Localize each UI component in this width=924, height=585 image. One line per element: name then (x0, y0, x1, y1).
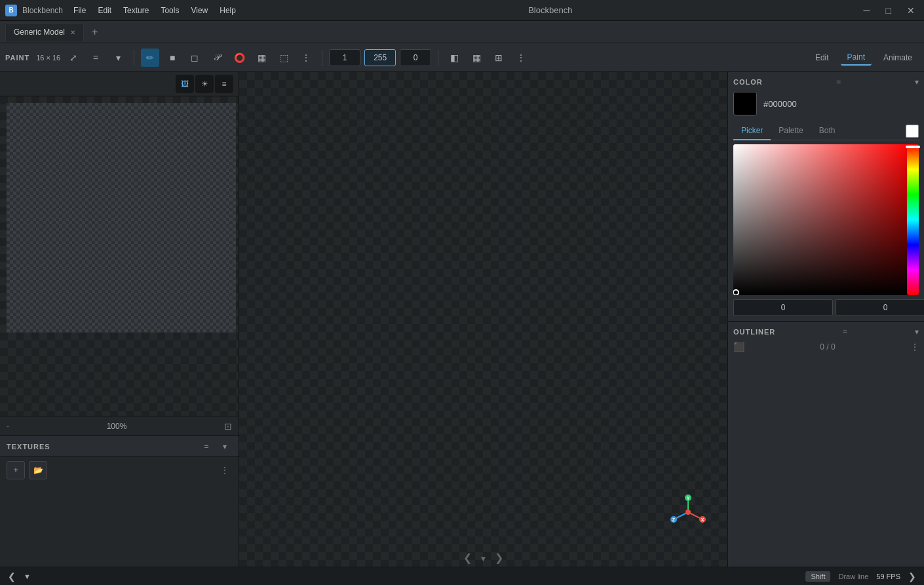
more2-button[interactable]: ⋮ (512, 49, 530, 67)
menu-edit[interactable]: Edit (92, 3, 117, 18)
maximize-button[interactable]: □ (882, 4, 895, 17)
paint-mode-button[interactable]: Paint (841, 50, 872, 66)
color-picker-area[interactable] (733, 144, 919, 295)
app-name: Blockbench (22, 6, 63, 15)
fps-counter: 59 FPS (876, 573, 900, 580)
textures-panel: TEXTURES = ▾ + 📂 ⋮ (0, 435, 239, 567)
window-controls: ─ □ ✕ (860, 4, 919, 17)
picker-tab[interactable]: Picker (733, 122, 771, 140)
grid2-button[interactable]: ▦ (467, 49, 486, 67)
minimize-button[interactable]: ─ (860, 4, 874, 17)
rgb-row: 0 0 0 + ✎ ⋮ (733, 299, 919, 316)
textures-equals-icon[interactable]: = (199, 439, 214, 454)
menu-tools[interactable]: Tools (155, 3, 184, 18)
split-view-button[interactable]: ◧ (445, 49, 463, 67)
tab-close-icon[interactable]: ✕ (70, 29, 75, 36)
close-button[interactable]: ✕ (903, 4, 919, 17)
circle-tool-button[interactable]: ⭕ (230, 49, 248, 67)
tab-bar: Generic Model ✕ + (0, 21, 924, 43)
expand-icon[interactable]: ⤢ (64, 49, 83, 67)
toolbar-divider-3 (438, 50, 438, 66)
new-tab-button[interactable]: + (88, 25, 102, 39)
value2-input[interactable]: 255 (364, 49, 396, 66)
paint-canvas-area (0, 96, 239, 416)
color-white-swatch[interactable] (906, 125, 919, 138)
menu-file[interactable]: File (68, 3, 91, 18)
palette-tab[interactable]: Palette (771, 122, 811, 140)
list-icon[interactable]: ≡ (215, 75, 233, 93)
green-input[interactable]: 0 (836, 299, 924, 316)
crop-tool-button[interactable]: ⬚ (275, 49, 293, 67)
grid-tool-button[interactable]: ▦ (252, 49, 271, 67)
svg-text:Z: Z (672, 517, 676, 522)
light-icon[interactable]: ☀ (195, 75, 214, 93)
texture-more-button[interactable]: ⋮ (218, 463, 232, 477)
pencil-tool-button[interactable]: ✏ (141, 49, 159, 67)
tab-label: Generic Model (14, 28, 65, 37)
color-swatch[interactable] (733, 92, 757, 115)
value3-input[interactable]: 0 (400, 49, 431, 66)
bottom-nav: ❮ ▼ ❯ (463, 552, 503, 564)
hue-slider (907, 144, 919, 295)
both-tab[interactable]: Both (811, 122, 843, 140)
textures-title: TEXTURES (7, 443, 195, 451)
cube-icon: ⬛ (733, 342, 744, 352)
menu-texture[interactable]: Texture (118, 3, 154, 18)
saturation-value-canvas[interactable] (733, 144, 910, 295)
tab-generic-model[interactable]: Generic Model ✕ (5, 23, 84, 41)
outliner-expand-icon[interactable]: ▾ (915, 327, 919, 336)
import-texture-button[interactable]: 📂 (29, 461, 47, 479)
fit-icon[interactable]: ⊡ (224, 421, 232, 432)
statusbar: ❮ ▼ Shift Draw line 59 FPS ❯ (0, 567, 924, 585)
main-content: 🖼 ☀ ≡ - 100% ⊡ TEXTURES = ▾ + (0, 72, 924, 567)
mode-label: PAINT (5, 54, 29, 62)
color-hex-value: #000000 (763, 99, 797, 109)
color-title: COLOR (733, 78, 763, 86)
fill-tool-button[interactable]: ■ (163, 49, 182, 67)
statusbar-left-arrow[interactable]: ❮ (8, 571, 16, 582)
left-panel-icons: 🖼 ☀ ≡ (176, 75, 233, 93)
draw-line-text: Draw line (838, 573, 868, 580)
canvas-footer: - 100% ⊡ (0, 416, 239, 435)
equals-icon[interactable]: = (87, 49, 105, 67)
toolbar-divider-1 (134, 50, 134, 66)
nav-left-arrow[interactable]: ❮ (463, 552, 472, 563)
hue-slider-container[interactable] (907, 144, 919, 295)
sv-cursor (733, 289, 739, 295)
dropper-tool-button[interactable]: 𝒫 (208, 49, 226, 67)
viewport-top-icons: 🖼 ☀ ≡ (0, 72, 239, 96)
more-tools-button[interactable]: ⋮ (297, 49, 315, 67)
color-tabs: Picker Palette Both (733, 122, 919, 140)
statusbar-right-arrow[interactable]: ❯ (908, 571, 916, 582)
paint-canvas[interactable] (7, 103, 236, 333)
animate-mode-button[interactable]: Animate (877, 50, 919, 65)
add-texture-button[interactable]: + (7, 461, 25, 479)
outliner-row: ⬛ 0 / 0 ⋮ (733, 342, 919, 352)
app-logo: B (5, 5, 17, 16)
menu-help[interactable]: Help (214, 3, 241, 18)
main-viewport: Y X Z ❮ ▼ ❯ (239, 72, 727, 567)
nav-indicator: ▼ (480, 554, 488, 563)
dropdown-icon[interactable]: ▾ (109, 49, 127, 67)
menu-bar: File Edit Texture Tools View Help (68, 3, 241, 18)
outliner-title: OUTLINER (733, 328, 775, 336)
textures-expand-icon[interactable]: ▾ (218, 439, 232, 454)
outliner-equals-icon[interactable]: = (843, 327, 847, 336)
color-preview-row: #000000 (733, 92, 919, 115)
menu-view[interactable]: View (185, 3, 213, 18)
red-input[interactable]: 0 (733, 299, 833, 316)
canvas-dash: - (7, 422, 9, 431)
nav-right-arrow[interactable]: ❯ (495, 552, 503, 563)
textures-header: TEXTURES = ▾ (0, 436, 239, 457)
outliner-more-button[interactable]: ⋮ (911, 342, 919, 352)
edit-mode-button[interactable]: Edit (809, 50, 836, 65)
statusbar-nav-indicator[interactable]: ▼ (24, 573, 31, 580)
erase-tool-button[interactable]: ◻ (185, 49, 204, 67)
color-expand-icon[interactable]: ▾ (915, 77, 919, 87)
image-icon[interactable]: 🖼 (176, 75, 194, 93)
value1-input[interactable]: 1 (329, 49, 360, 66)
picker-inner (733, 144, 919, 295)
texture-actions: + 📂 ⋮ (0, 457, 239, 483)
color-equals-icon[interactable]: = (836, 77, 841, 87)
tiles-button[interactable]: ⊞ (490, 49, 508, 67)
